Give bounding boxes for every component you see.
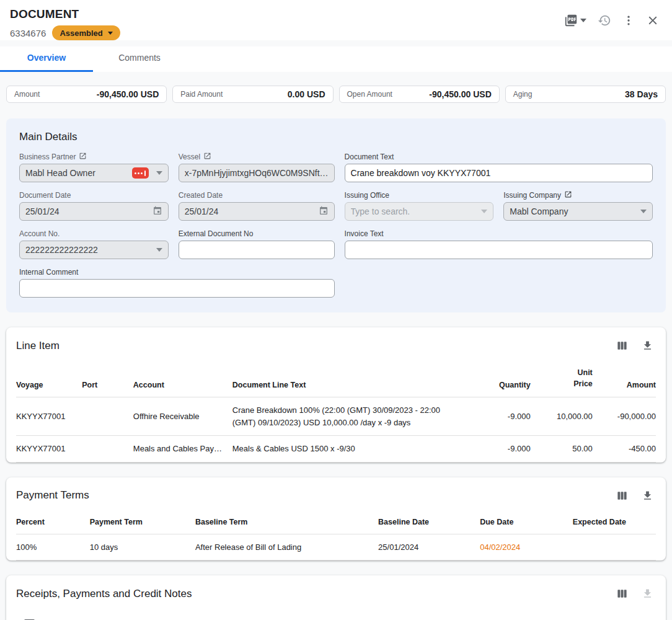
more-options-button[interactable] — [620, 12, 637, 29]
document-date-input: 25/01/24 — [19, 202, 169, 221]
red-more-chip-icon — [132, 167, 149, 179]
column-header-account[interactable]: Account — [133, 359, 232, 397]
table-row[interactable]: KKYYX77001 Meals and Cables Pay… Meals &… — [16, 436, 656, 463]
close-icon — [646, 14, 660, 27]
download-icon — [642, 340, 653, 352]
field-label-text: Issuing Company — [503, 191, 561, 200]
issuing-office-select: Type to search. — [345, 202, 494, 221]
field-internal-comment: Internal Comment — [19, 267, 335, 298]
column-header-quantity[interactable]: Quantity — [462, 359, 530, 397]
cell-account: Offhire Receivable — [133, 397, 232, 436]
cell-quantity: -9.000 — [462, 397, 530, 436]
pdf-export-button[interactable] — [562, 11, 589, 30]
field-label: Internal Comment — [19, 267, 335, 277]
column-header-document-type[interactable]: Document Type — [418, 607, 592, 620]
chevron-down-icon — [640, 210, 647, 213]
column-header-port[interactable]: Port — [82, 359, 133, 397]
calendar-icon — [153, 206, 162, 218]
line-item-table: Voyage Port Account Document Line Text Q… — [16, 359, 656, 463]
open-in-new-icon[interactable] — [564, 190, 572, 200]
column-header-percent[interactable]: Percent — [16, 509, 90, 534]
history-button[interactable] — [595, 11, 614, 30]
section-title: Main Details — [19, 131, 653, 143]
field-label: Created Date — [179, 190, 335, 200]
summary-label: Open Amount — [347, 90, 392, 99]
document-number: 6334676 — [10, 28, 46, 38]
status-badge-dropdown[interactable]: Assembled — [52, 25, 120, 40]
download-icon — [642, 490, 653, 502]
calendar-icon — [319, 206, 329, 218]
cell-expected-date — [573, 534, 656, 560]
download-button-disabled — [639, 585, 656, 602]
tab-overview[interactable]: Overview — [0, 46, 93, 72]
open-in-new-icon[interactable] — [79, 152, 87, 162]
field-account-no: Account No. 222222222222222 — [19, 229, 169, 259]
internal-comment-input[interactable] — [19, 279, 335, 298]
download-button[interactable] — [639, 337, 656, 354]
tab-comments[interactable]: Comments — [93, 46, 186, 72]
summary-card-aging: Aging 38 Days — [505, 86, 666, 103]
document-subheader: 6334676 Assembled — [10, 25, 120, 40]
column-header-document-line-text[interactable]: Document Line Text — [232, 359, 463, 397]
card-header: Receipts, Payments and Credit Notes — [16, 585, 656, 602]
summary-card-open-amount: Open Amount -90,450.00 USD — [339, 86, 500, 103]
cell-baseline-date: 25/01/2024 — [378, 534, 480, 560]
field-external-document-no: External Document No — [179, 229, 335, 259]
column-header-expected-date[interactable]: Expected Date — [573, 509, 656, 534]
summary-value: -90,450.00 USD — [429, 89, 491, 99]
card-actions — [614, 585, 656, 602]
column-header-document-no[interactable]: Document No — [115, 607, 260, 620]
field-value: 25/01/24 — [25, 206, 153, 216]
table-header-row: Percent Payment Term Baseline Term Basel… — [16, 509, 656, 534]
column-header-amount[interactable]: Amount — [592, 607, 656, 620]
column-header-voyage[interactable]: Voyage — [16, 359, 82, 397]
main-details-panel: Main Details Business Partner Mabl Head … — [6, 118, 666, 312]
cell-voyage: KKYYX77001 — [16, 436, 82, 463]
field-value: Mabl Head Owner — [25, 168, 132, 178]
summary-cards-row: Amount -90,450.00 USD Paid Amount 0.00 U… — [6, 86, 666, 103]
cell-unit-price: 10,000.00 — [531, 397, 593, 436]
column-settings-button[interactable] — [614, 487, 630, 504]
cell-account: Meals and Cables Pay… — [133, 436, 232, 463]
close-button[interactable] — [643, 11, 662, 30]
column-header-baseline-term[interactable]: Baseline Term — [195, 509, 378, 534]
external-document-no-input[interactable] — [179, 241, 335, 259]
column-header-unit-price[interactable]: Unit Price — [531, 359, 593, 397]
column-header-payment-term[interactable]: Payment Term — [90, 509, 195, 534]
columns-icon — [616, 340, 628, 352]
account-no-select: 222222222222222 — [19, 241, 169, 259]
cell-due-date: 04/02/2024 — [480, 534, 573, 560]
card-actions — [614, 487, 656, 504]
cell-unit-price: 50.00 — [531, 436, 593, 463]
column-settings-button[interactable] — [614, 337, 630, 354]
section-title: Line Item — [16, 340, 60, 352]
invoice-text-input[interactable] — [345, 241, 653, 259]
column-header-document-date[interactable]: Document Date — [260, 607, 418, 620]
cell-voyage: KKYYX77001 — [16, 397, 82, 436]
summary-card-paid-amount: Paid Amount 0.00 USD — [172, 86, 333, 103]
column-settings-button[interactable] — [614, 585, 630, 602]
receipts-table: Document No Document Date Document Type … — [16, 607, 656, 620]
cell-port — [82, 397, 133, 436]
field-label: Document Text — [345, 152, 653, 161]
table-row[interactable]: KKYYX77001 Offhire Receivable Crane Brea… — [16, 397, 656, 436]
field-value: 222222222222222 — [25, 245, 156, 255]
table-row[interactable]: 100% 10 days After Release of Bill of La… — [16, 534, 656, 560]
field-business-partner: Business Partner Mabl Head Owner — [19, 152, 169, 182]
cell-document-line-text: Crane Breakdown 100% (22:00 (GMT) 30/09/… — [232, 397, 463, 436]
column-header-due-date[interactable]: Due Date — [480, 509, 573, 534]
field-label: External Document No — [179, 229, 335, 238]
field-invoice-text: Invoice Text — [345, 229, 653, 259]
tab-bar: Overview Comments — [0, 46, 672, 72]
column-header-amount[interactable]: Amount — [593, 359, 656, 397]
field-vessel: Vessel x-7pMnHjyjimtxgHOq6WC0M9SNft… — [179, 152, 335, 182]
card-header: Line Item — [16, 337, 656, 354]
created-date-input: 25/01/24 — [179, 202, 335, 221]
summary-value: 0.00 USD — [288, 89, 325, 99]
column-header-baseline-date[interactable]: Baseline Date — [378, 509, 480, 534]
download-button[interactable] — [639, 487, 656, 504]
payment-terms-card: Payment Terms Percent Payment Term Basel… — [6, 477, 666, 561]
main-details-form: Business Partner Mabl Head Owner Vessel … — [19, 152, 653, 298]
document-text-input[interactable] — [345, 164, 653, 182]
open-in-new-icon[interactable] — [203, 152, 211, 162]
